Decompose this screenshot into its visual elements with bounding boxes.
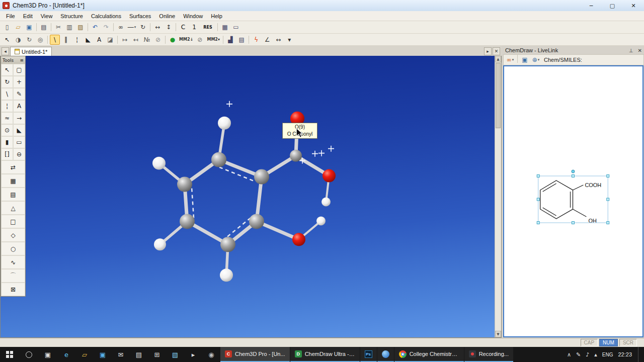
- atom-C[interactable]: [220, 237, 235, 252]
- selection-handle[interactable]: [537, 198, 539, 201]
- open-button[interactable]: ▱: [13, 22, 23, 32]
- document-tab[interactable]: Untitled-1*: [10, 47, 52, 56]
- energy-button[interactable]: ϟ: [251, 35, 261, 45]
- scroll-thumb[interactable]: [496, 63, 501, 128]
- rectangle-tool[interactable]: ▭: [13, 136, 25, 148]
- triangle-tool[interactable]: △: [1, 201, 25, 215]
- redo-button[interactable]: ↷: [101, 22, 111, 32]
- substituent-label[interactable]: COOH: [585, 182, 601, 188]
- chrome-taskbar-button[interactable]: College Chemistry ...: [394, 347, 464, 362]
- constrain-button[interactable]: ⊘: [153, 35, 163, 45]
- zoom-tool-button[interactable]: ◎: [35, 35, 45, 45]
- fit-model-button[interactable]: ↔: [152, 22, 163, 32]
- output-window-button[interactable]: ▭: [231, 22, 241, 32]
- media-app-icon[interactable]: ▸: [184, 347, 202, 362]
- scroll-down-button[interactable]: ▼: [495, 331, 501, 337]
- center-model-button[interactable]: ↕: [164, 22, 174, 32]
- options-dropdown-button[interactable]: ▾: [284, 35, 294, 45]
- menu-item-help[interactable]: Help: [207, 12, 226, 20]
- benzene-ring[interactable]: [540, 180, 573, 219]
- atom-H[interactable]: [220, 268, 233, 282]
- file-explorer-icon[interactable]: ▱: [75, 347, 94, 362]
- dashed-bond-tool-button[interactable]: ¦: [72, 35, 82, 45]
- table-tool[interactable]: ▤: [1, 188, 25, 201]
- selection-handle[interactable]: [607, 175, 609, 177]
- square-tool[interactable]: □: [1, 215, 25, 228]
- single-bond-tool-button[interactable]: \: [50, 35, 60, 45]
- livelink-canvas[interactable]: COOHOH: [503, 65, 643, 337]
- photoshop-taskbar-button[interactable]: Ps: [360, 347, 377, 362]
- selection-handle[interactable]: [607, 222, 609, 224]
- livelink-close-button[interactable]: ✕: [638, 48, 642, 53]
- wave-tool[interactable]: ∿: [1, 255, 25, 269]
- atom-H[interactable]: [152, 157, 166, 170]
- photos-icon[interactable]: ▧: [166, 347, 184, 362]
- render-style-button[interactable]: ∞▾: [505, 55, 515, 65]
- trackball-tool-button[interactable]: ◑: [13, 35, 23, 45]
- marquee-select-tool[interactable]: ▢: [13, 64, 25, 76]
- atom-C[interactable]: [290, 150, 302, 162]
- menu-item-edit[interactable]: Edit: [19, 12, 37, 20]
- paste-button[interactable]: ▨: [75, 22, 86, 32]
- store-icon[interactable]: ▣: [94, 347, 112, 362]
- text-build-tool-button[interactable]: A: [94, 35, 104, 45]
- calculator-icon[interactable]: ⊞: [148, 347, 166, 362]
- scroll-up-button[interactable]: ▲: [495, 56, 501, 62]
- text-tool[interactable]: A: [13, 100, 25, 112]
- pencil-tool[interactable]: ✎: [13, 88, 25, 100]
- menu-item-view[interactable]: View: [37, 12, 57, 20]
- model-rotate-button[interactable]: ↻: [138, 22, 148, 32]
- crossout-tool[interactable]: ⊠: [1, 283, 25, 296]
- atom-O[interactable]: [323, 169, 336, 183]
- serial-numbers-button[interactable]: №: [142, 35, 152, 45]
- menu-item-surfaces[interactable]: Surfaces: [125, 12, 155, 20]
- rotate-tool-button[interactable]: ↻: [24, 35, 34, 45]
- copy-button[interactable]: ▥: [64, 22, 74, 32]
- table-window-button[interactable]: ▤: [236, 35, 247, 45]
- mm2-minimize-button[interactable]: MM2↓: [179, 35, 194, 45]
- close-button[interactable]: ✕: [623, 0, 644, 11]
- atom-O[interactable]: [292, 233, 305, 246]
- ring-tool[interactable]: ○: [1, 242, 25, 255]
- stop-computation-button[interactable]: ⊘: [195, 35, 205, 45]
- cut-button[interactable]: ✂: [53, 22, 63, 32]
- tray-expand-icon[interactable]: ∧: [567, 351, 571, 358]
- show-desktop-button[interactable]: [638, 347, 640, 362]
- move-model-tool[interactable]: +: [13, 76, 25, 88]
- pen-icon[interactable]: ✎: [576, 351, 581, 358]
- maximize-button[interactable]: ▢: [602, 0, 623, 11]
- tab-scroll-right-button[interactable]: ▸: [484, 47, 492, 55]
- arc-tool[interactable]: ⌒: [1, 269, 25, 283]
- chem3d-taskbar-button[interactable]: CChem3D Pro - [Un...: [220, 347, 290, 362]
- spectacles-view-button[interactable]: ∞: [116, 22, 126, 32]
- menu-item-online[interactable]: Online: [155, 12, 179, 20]
- atom-C[interactable]: [180, 214, 195, 229]
- palette-header[interactable]: Tools ≡: [1, 56, 25, 64]
- atom-C[interactable]: [211, 152, 226, 167]
- dashed-bond-tool[interactable]: ¦: [1, 100, 13, 112]
- atom-C[interactable]: [249, 214, 264, 229]
- document-app-icon[interactable]: ▤: [130, 347, 148, 362]
- charge-tool[interactable]: ⊖: [13, 148, 25, 160]
- wedge-bond-tool-button[interactable]: ◣: [83, 35, 93, 45]
- hatch-bond-tool[interactable]: ≈: [1, 112, 13, 124]
- periodic-window-button[interactable]: ▦: [220, 22, 230, 32]
- rotate-model-tool[interactable]: ↻: [1, 76, 13, 88]
- bracket-tool[interactable]: []: [1, 148, 13, 160]
- double-bond-tool-button[interactable]: ‖: [61, 35, 71, 45]
- atom-H[interactable]: [154, 238, 166, 250]
- undo-button[interactable]: ↶: [90, 22, 100, 32]
- mail-icon[interactable]: ✉: [112, 347, 130, 362]
- deselect-fragment-button[interactable]: ↤: [131, 35, 141, 45]
- atom-C[interactable]: [254, 169, 269, 185]
- atom-H[interactable]: [321, 197, 331, 206]
- network-icon[interactable]: ▴: [594, 351, 597, 358]
- select-tool[interactable]: ↖: [1, 64, 13, 76]
- task-view-button[interactable]: ▣: [38, 347, 57, 362]
- pin-icon[interactable]: ⊥: [629, 48, 633, 53]
- save-button[interactable]: ▣: [24, 22, 34, 32]
- clock[interactable]: 22:23: [618, 351, 632, 357]
- length-measure-button[interactable]: ↔: [273, 35, 283, 45]
- arrow-tool[interactable]: →: [13, 112, 25, 124]
- orbital-tool[interactable]: ⊙: [1, 124, 13, 136]
